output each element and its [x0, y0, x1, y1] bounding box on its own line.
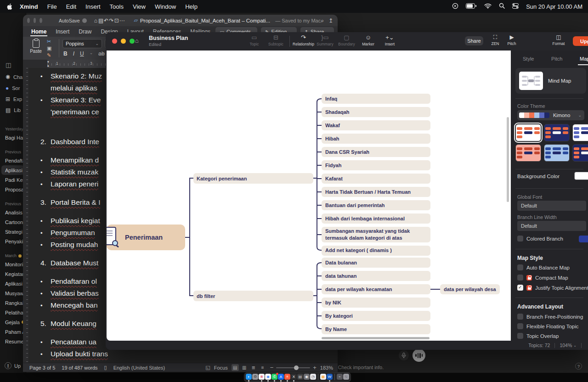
- close-button[interactable]: [27, 18, 30, 23]
- active-app-name[interactable]: Xmind: [20, 3, 38, 10]
- subtopic[interactable]: Fidyah: [322, 160, 430, 170]
- dock-app-icon[interactable]: ◉: [304, 374, 310, 382]
- dock-app-icon[interactable]: ◉: [265, 374, 271, 382]
- search-icon[interactable]: ⌕: [321, 17, 324, 24]
- undo-icon[interactable]: ↶: [103, 17, 108, 24]
- toolbar-button[interactable]: ▭ Topic: [243, 34, 265, 46]
- theme-thumbnail[interactable]: [544, 144, 570, 162]
- zoom-slider-knob[interactable]: [294, 365, 299, 370]
- strikethrough-button[interactable]: ab: [98, 51, 104, 57]
- global-font-select[interactable]: Default: [517, 201, 586, 211]
- focus-icon[interactable]: ◱: [205, 365, 210, 371]
- theme-thumbnail[interactable]: [572, 124, 588, 141]
- horizontal-scrollbar[interactable]: [322, 337, 430, 339]
- dock-app-icon[interactable]: ✳: [284, 374, 290, 382]
- theme-thumbnail[interactable]: [515, 144, 541, 162]
- dock-app-icon[interactable]: ◗: [246, 374, 252, 382]
- toolbar-button[interactable]: ☺ Marker: [357, 34, 379, 46]
- chat-history-item[interactable]: Resume: [0, 337, 26, 346]
- toolbar-button[interactable]: [289, 36, 290, 47]
- zen-mode-button[interactable]: ⛶ ZEN: [486, 34, 504, 46]
- ribbon-tab[interactable]: Draw: [74, 26, 96, 37]
- option-checkbox[interactable]: [517, 285, 523, 291]
- advanced-layout-option[interactable]: Flexible Floating Topic: [517, 323, 579, 329]
- bold-button[interactable]: B: [63, 51, 68, 57]
- chat-history-item[interactable]: Paham A: [0, 327, 26, 337]
- zoom-button[interactable]: [130, 39, 135, 44]
- subtopic[interactable]: Hibah: [322, 134, 430, 144]
- chatgpt-nav-item[interactable]: ❋ Cha: [0, 72, 26, 83]
- subtopic[interactable]: by NIK: [322, 298, 430, 308]
- more-commands-icon[interactable]: ⋯: [119, 17, 124, 24]
- zoom-slider[interactable]: [276, 367, 310, 368]
- pitch-button[interactable]: ▶ Pitch: [503, 34, 521, 46]
- share-button[interactable]: Share: [465, 36, 483, 45]
- minimize-button[interactable]: [121, 39, 126, 44]
- spotlight-search-icon[interactable]: [499, 3, 505, 10]
- toolbar-button[interactable]: +⌄ Insert: [379, 34, 401, 46]
- dock-app-icon[interactable]: W: [327, 374, 333, 382]
- theme-thumbnail[interactable]: [515, 124, 541, 141]
- menu-item[interactable]: Help: [185, 3, 198, 10]
- option-checkbox[interactable]: [517, 264, 523, 270]
- dock-app-icon[interactable]: ◷: [310, 374, 316, 382]
- draft-view-button[interactable]: ≡: [259, 364, 266, 371]
- subtopic[interactable]: By Name: [322, 324, 430, 334]
- subtopic[interactable]: Data bulanan: [322, 258, 430, 268]
- subtopic[interactable]: data tahunan: [322, 271, 430, 281]
- chat-history-item[interactable]: Proposa: [0, 185, 26, 194]
- indent-marker[interactable]: ▴: [47, 64, 49, 67]
- colored-branch-checkbox[interactable]: [517, 236, 523, 242]
- chat-history-item[interactable]: Previous: [0, 148, 26, 156]
- web-layout-view-button[interactable]: ▥: [241, 364, 248, 371]
- toolbar-button[interactable]: ⊟ Subtopic: [265, 34, 287, 46]
- chat-history-item[interactable]: Rangkai: [0, 298, 26, 308]
- dock-app-icon[interactable]: ⌁: [337, 374, 343, 382]
- theme-select[interactable]: Kimono ⌄: [517, 110, 584, 120]
- vertical-scrollbar[interactable]: [507, 117, 509, 202]
- ribbon-tab[interactable]: Home: [27, 26, 51, 37]
- subtopic[interactable]: Bantuan dari pemerintah: [322, 200, 430, 210]
- help-button[interactable]: ?: [575, 363, 582, 370]
- minimize-button[interactable]: [34, 18, 36, 23]
- wifi-icon[interactable]: [484, 3, 492, 10]
- dock-app-icon[interactable]: ✆: [271, 374, 277, 382]
- menu-item[interactable]: Insert: [85, 3, 101, 10]
- cut-icon[interactable]: ✂: [47, 38, 51, 45]
- underline-button[interactable]: U: [80, 51, 84, 57]
- menu-bar-clock[interactable]: Sun 20 Apr 10.00 AM: [526, 3, 582, 10]
- toolbar-button[interactable]: ▢ Boundary: [336, 34, 357, 46]
- subtopic[interactable]: Wakaf: [322, 120, 430, 130]
- dock-app-icon[interactable]: ▦: [320, 374, 326, 382]
- chat-history-item[interactable]: Monitori: [0, 259, 26, 269]
- word-count[interactable]: 19 of 487 words: [62, 365, 97, 371]
- tab-map[interactable]: Map: [580, 56, 588, 62]
- chat-history-item[interactable]: March: [0, 252, 26, 259]
- option-checkbox[interactable]: [517, 333, 523, 339]
- vertical-ruler[interactable]: [23, 68, 28, 363]
- subtopic[interactable]: Harta Tidak Bertuan / Harta Temuan: [322, 187, 430, 197]
- advanced-layout-option[interactable]: Topic Overlap: [517, 333, 559, 339]
- chat-history-item[interactable]: Padi Ken: [0, 175, 26, 185]
- theme-thumbnail[interactable]: [572, 144, 588, 162]
- dock-app-icon[interactable]: X: [291, 374, 297, 382]
- subtopic[interactable]: Sumbangan masyarakat yang tidak termasuk…: [322, 227, 430, 242]
- tab-style[interactable]: Style: [523, 56, 534, 62]
- dock-app-icon[interactable]: ❀: [259, 374, 265, 382]
- zoom-out-button[interactable]: −: [270, 364, 274, 371]
- voice-mode-button[interactable]: [413, 349, 425, 362]
- canvas-zoom-level[interactable]: 104% ⌄: [560, 343, 577, 348]
- close-button[interactable]: [112, 39, 117, 44]
- proofing-icon[interactable]: ▯: [104, 365, 107, 371]
- chat-history-item[interactable]: Pelatihan: [0, 308, 26, 317]
- copy-icon[interactable]: ▣: [47, 45, 51, 51]
- focus-label[interactable]: Focus: [214, 365, 228, 371]
- branch-color-swatch[interactable]: [579, 236, 588, 242]
- map-style-option[interactable]: Auto Balance Map: [517, 264, 570, 270]
- chat-history-item[interactable]: Aplikasi: [1, 165, 24, 175]
- redo-icon[interactable]: ↷: [109, 17, 114, 24]
- advanced-layout-option[interactable]: Branch Free-Positioning: [517, 314, 583, 320]
- toolbar-button[interactable]: ↷ Relationship: [293, 34, 314, 46]
- chat-history-item[interactable]: Cartoon: [0, 217, 26, 227]
- option-checkbox[interactable]: [517, 314, 523, 320]
